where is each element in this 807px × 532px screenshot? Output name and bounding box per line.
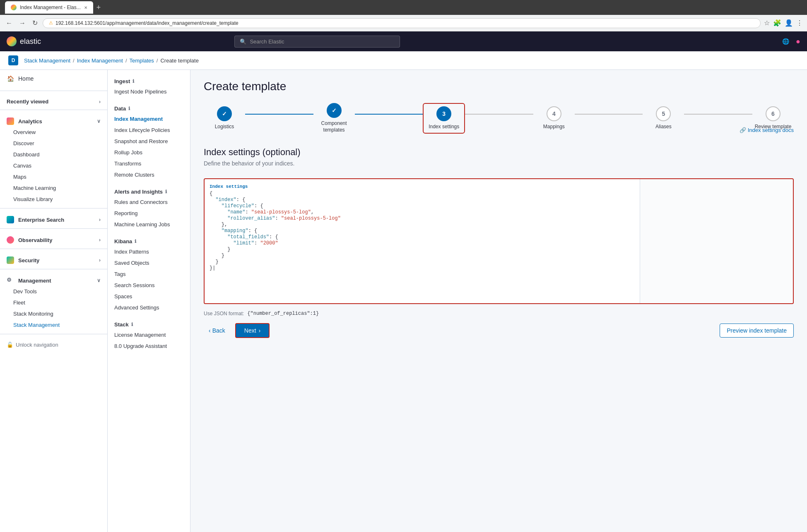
breadcrumb-templates[interactable]: Templates bbox=[130, 58, 154, 64]
nav-advanced-settings[interactable]: Advanced Settings bbox=[108, 302, 190, 313]
nav-index-patterns[interactable]: Index Patterns bbox=[108, 246, 190, 257]
data-title-text: Data bbox=[114, 105, 126, 112]
nav-ingest-title: Ingest ℹ bbox=[108, 75, 190, 86]
nav-snapshot-restore[interactable]: Snapshot and Restore bbox=[108, 136, 190, 147]
security-icon: ⚠ bbox=[49, 20, 53, 26]
docs-link-label: Index settings docs bbox=[748, 127, 794, 133]
sidebar-analytics-section[interactable]: Analytics ∨ bbox=[0, 113, 107, 127]
elastic-logo[interactable]: elastic bbox=[7, 36, 41, 46]
sidebar-item-fleet[interactable]: Fleet bbox=[0, 297, 107, 308]
bookmark-icon[interactable]: ☆ bbox=[764, 19, 770, 27]
nav-alerts-title: Alerts and Insights ℹ bbox=[108, 185, 190, 197]
enterprise-search-label: Enterprise Search bbox=[18, 217, 64, 223]
sidebar-item-canvas[interactable]: Canvas bbox=[0, 160, 107, 171]
globe-icon[interactable]: 🌐 bbox=[782, 38, 789, 45]
nav-remote-clusters[interactable]: Remote Clusters bbox=[108, 169, 190, 180]
ingest-info-icon[interactable]: ℹ bbox=[132, 79, 134, 84]
nav-ml-jobs[interactable]: Machine Learning Jobs bbox=[108, 219, 190, 230]
step-6-circle: 6 bbox=[766, 106, 781, 121]
json-format-hint: Use JSON format: {"number_of_replicas":1… bbox=[204, 311, 794, 316]
sidebar-recently-viewed[interactable]: Recently viewed › bbox=[0, 94, 107, 106]
menu-icon[interactable]: ⋮ bbox=[796, 19, 803, 27]
nav-transforms[interactable]: Transforms bbox=[108, 158, 190, 169]
forward-nav-button[interactable]: → bbox=[17, 18, 27, 29]
user-avatar-icon[interactable]: ● bbox=[796, 37, 800, 46]
nav-upgrade-assistant[interactable]: 8.0 Upgrade Assistant bbox=[108, 340, 190, 352]
sidebar-observability-section[interactable]: Observability › bbox=[0, 232, 107, 245]
step-4-mappings[interactable]: 4 Mappings bbox=[533, 106, 575, 130]
code-line-9: "limit": "2000" bbox=[210, 240, 635, 246]
sidebar-security-section[interactable]: Security › bbox=[0, 252, 107, 266]
back-button[interactable]: ‹ Back bbox=[204, 324, 230, 337]
step-connector-4-5 bbox=[575, 114, 643, 115]
nav-index-lifecycle-policies[interactable]: Index Lifecycle Policies bbox=[108, 125, 190, 136]
url-text: 192.168.164.132:5601/app/management/data… bbox=[55, 20, 238, 26]
sidebar-item-dashboard[interactable]: Dashboard bbox=[0, 149, 107, 160]
step-1-logistics[interactable]: ✓ Logistics bbox=[204, 106, 245, 130]
tab-close-button[interactable]: ✕ bbox=[84, 5, 87, 10]
nav-kibana-title: Kibana ℹ bbox=[108, 235, 190, 246]
nav-rollup-jobs[interactable]: Rollup Jobs bbox=[108, 147, 190, 158]
alerts-info-icon[interactable]: ℹ bbox=[165, 189, 167, 194]
code-editor[interactable]: Index settings { "index": { "lifecycle":… bbox=[205, 179, 640, 303]
management-icon: ⚙ bbox=[7, 277, 14, 284]
extensions-icon[interactable]: 🧩 bbox=[773, 19, 781, 27]
nav-reporting[interactable]: Reporting bbox=[108, 208, 190, 219]
profile-icon[interactable]: 👤 bbox=[785, 19, 793, 27]
docs-link[interactable]: 🔗 Index settings docs bbox=[740, 127, 794, 133]
management-label: Management bbox=[18, 278, 51, 284]
nav-search-sessions[interactable]: Search Sessions bbox=[108, 280, 190, 291]
preview-index-template-button[interactable]: Preview index template bbox=[720, 324, 794, 338]
step-2-component-templates[interactable]: ✓ Component templates bbox=[313, 103, 355, 133]
sidebar-item-discover[interactable]: Discover bbox=[0, 138, 107, 149]
enterprise-search-icon bbox=[7, 216, 14, 223]
lock-icon: 🔓 bbox=[7, 342, 13, 348]
nav-spaces[interactable]: Spaces bbox=[108, 291, 190, 302]
nav-index-management[interactable]: Index Management bbox=[108, 113, 190, 125]
sidebar-item-maps[interactable]: Maps bbox=[0, 171, 107, 182]
logo-text: elastic bbox=[20, 37, 41, 46]
nav-tags[interactable]: Tags bbox=[108, 268, 190, 280]
unlock-navigation[interactable]: 🔓 Unlock navigation bbox=[0, 338, 107, 352]
home-icon: 🏠 bbox=[7, 75, 14, 82]
section-title: Index settings (optional) bbox=[204, 147, 301, 158]
sidebar-item-home[interactable]: 🏠 Home bbox=[0, 72, 107, 86]
nav-saved-objects[interactable]: Saved Objects bbox=[108, 257, 190, 268]
sidebar-management-section[interactable]: ⚙ Management ∨ bbox=[0, 273, 107, 286]
app-header: elastic 🔍 Search Elastic 🌐 ● bbox=[0, 31, 807, 51]
breadcrumb-stack-management[interactable]: Stack Management bbox=[24, 58, 70, 64]
breadcrumb: D Stack Management / Index Management / … bbox=[0, 51, 807, 70]
sidebar-item-dev-tools[interactable]: Dev Tools bbox=[0, 286, 107, 297]
next-button[interactable]: Next › bbox=[235, 323, 270, 338]
sidebar-item-machine-learning[interactable]: Machine Learning bbox=[0, 182, 107, 194]
analytics-label: Analytics bbox=[18, 118, 42, 125]
code-line-3: "lifecycle": { bbox=[210, 203, 635, 209]
step-5-label: Aliases bbox=[655, 124, 672, 130]
sidebar-item-stack-monitoring[interactable]: Stack Monitoring bbox=[0, 308, 107, 319]
sidebar-item-overview[interactable]: Overview bbox=[0, 127, 107, 138]
browser-tab[interactable]: Index Management - Elas... ✕ bbox=[5, 1, 93, 14]
nav-rules-connectors[interactable]: Rules and Connectors bbox=[108, 197, 190, 208]
refresh-button[interactable]: ↻ bbox=[31, 17, 39, 29]
nav-panel: Ingest ℹ Ingest Node Pipelines Data ℹ In… bbox=[108, 70, 190, 532]
step-5-aliases[interactable]: 5 Aliases bbox=[643, 106, 684, 130]
nav-license-management[interactable]: License Management bbox=[108, 329, 190, 340]
section-header: Index settings (optional) Define the beh… bbox=[204, 147, 794, 173]
section-subtitle: Define the behavior of your indices. bbox=[204, 160, 301, 167]
sidebar-item-visualize-library[interactable]: Visualize Library bbox=[0, 194, 107, 205]
back-nav-button[interactable]: ← bbox=[4, 18, 14, 29]
stack-info-icon[interactable]: ℹ bbox=[131, 322, 133, 327]
step-3-index-settings[interactable]: 3 Index settings bbox=[423, 103, 465, 134]
data-info-icon[interactable]: ℹ bbox=[128, 106, 130, 111]
kibana-info-icon[interactable]: ℹ bbox=[135, 239, 136, 244]
json-hint-example: {"number_of_replicas":1} bbox=[247, 311, 319, 316]
global-search[interactable]: 🔍 Search Elastic bbox=[234, 36, 400, 48]
address-bar[interactable]: ⚠ 192.168.164.132:5601/app/management/da… bbox=[43, 18, 761, 28]
new-tab-button[interactable]: + bbox=[96, 3, 101, 12]
step-2-circle: ✓ bbox=[327, 103, 342, 118]
nav-ingest-node-pipelines[interactable]: Ingest Node Pipelines bbox=[108, 86, 190, 97]
breadcrumb-index-management[interactable]: Index Management bbox=[77, 58, 123, 64]
alerts-title-text: Alerts and Insights bbox=[114, 189, 163, 195]
sidebar-item-stack-management[interactable]: Stack Management bbox=[0, 319, 107, 331]
sidebar-enterprise-search-section[interactable]: Enterprise Search › bbox=[0, 212, 107, 225]
